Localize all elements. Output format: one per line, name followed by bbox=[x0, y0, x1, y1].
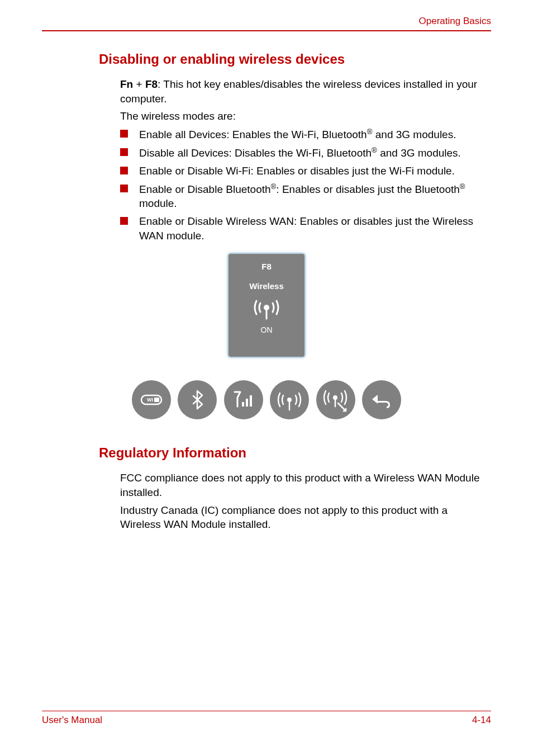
card-state-label: ON bbox=[229, 325, 304, 334]
list-item: Enable or Disable Bluetooth®: Enables or… bbox=[120, 182, 491, 211]
svg-rect-4 bbox=[242, 402, 244, 407]
key-f8: F8 bbox=[145, 78, 158, 90]
registered-mark: ® bbox=[367, 127, 373, 136]
antenna-all-button[interactable] bbox=[270, 380, 309, 419]
svg-rect-6 bbox=[250, 395, 252, 407]
footer-page-number: 4-14 bbox=[472, 715, 491, 726]
wireless-modes-list: Enable all Devices: Enables the Wi-Fi, B… bbox=[120, 127, 491, 243]
signal-icon bbox=[232, 390, 255, 410]
antenna-icon bbox=[251, 295, 282, 320]
heading-regulatory: Regulatory Information bbox=[99, 445, 491, 461]
plus-text: + bbox=[133, 78, 145, 90]
regulatory-p1: FCC compliance does not apply to this pr… bbox=[120, 471, 491, 499]
header-section-label: Operating Basics bbox=[42, 16, 491, 27]
intro-paragraph: Fn + F8: This hot key enables/disables t… bbox=[120, 77, 491, 106]
bullet-text: Enable or Disable Bluetooth bbox=[139, 183, 271, 195]
intro-rest: : This hot key enables/disables the wire… bbox=[120, 78, 477, 105]
antenna-arrow-icon bbox=[321, 388, 350, 412]
page-footer: User's Manual 4-14 bbox=[42, 711, 491, 726]
wifi-icon: WI bbox=[139, 392, 164, 408]
registered-mark: ® bbox=[372, 146, 377, 154]
wireless-icon-row: WI bbox=[42, 380, 491, 419]
list-item: Enable or Disable Wi-Fi: Enables or disa… bbox=[120, 164, 491, 178]
bullet-text: : Enables or disables just the Bluetooth bbox=[276, 183, 459, 195]
svg-rect-5 bbox=[246, 399, 248, 407]
modes-intro: The wireless modes are: bbox=[120, 109, 491, 124]
list-item: Enable or Disable Wireless WAN: Enables … bbox=[120, 214, 491, 243]
bullet-text: Enable all Devices: Enables the Wi-Fi, B… bbox=[139, 129, 367, 140]
wifi-button[interactable]: WI bbox=[132, 380, 171, 419]
antenna-icon bbox=[275, 389, 303, 411]
back-icon bbox=[370, 390, 393, 409]
key-fn: Fn bbox=[120, 78, 133, 90]
footer-rule bbox=[42, 711, 491, 711]
wireless-card-wrap: F8 Wireless ON bbox=[42, 253, 491, 358]
card-key-label: F8 bbox=[229, 262, 304, 271]
bluetooth-icon bbox=[190, 389, 204, 411]
list-item: Disable all Devices: Disables the Wi-Fi,… bbox=[120, 145, 491, 160]
registered-mark: ® bbox=[271, 182, 277, 191]
bullet-text: and 3G modules. bbox=[372, 129, 456, 140]
regulatory-p2: Industry Canada (IC) compliance does not… bbox=[120, 503, 491, 532]
list-item: Enable all Devices: Enables the Wi-Fi, B… bbox=[120, 127, 491, 142]
wireless-status-card: F8 Wireless ON bbox=[227, 253, 306, 358]
header-rule bbox=[42, 30, 491, 31]
registered-mark: ® bbox=[460, 182, 465, 191]
svg-text:WI: WI bbox=[147, 397, 153, 403]
back-button[interactable] bbox=[362, 380, 401, 419]
bluetooth-button[interactable] bbox=[178, 380, 217, 419]
svg-rect-3 bbox=[154, 398, 159, 402]
bullet-text: Disable all Devices: Disables the Wi-Fi,… bbox=[139, 147, 372, 159]
signal-button[interactable] bbox=[224, 380, 263, 419]
heading-disabling-wireless: Disabling or enabling wireless devices bbox=[99, 51, 491, 67]
antenna-select-button[interactable] bbox=[316, 380, 355, 419]
bullet-text: and 3G modules. bbox=[377, 147, 461, 159]
card-wireless-label: Wireless bbox=[229, 281, 304, 291]
bullet-text: module. bbox=[139, 197, 177, 209]
footer-manual-label: User's Manual bbox=[42, 715, 102, 726]
